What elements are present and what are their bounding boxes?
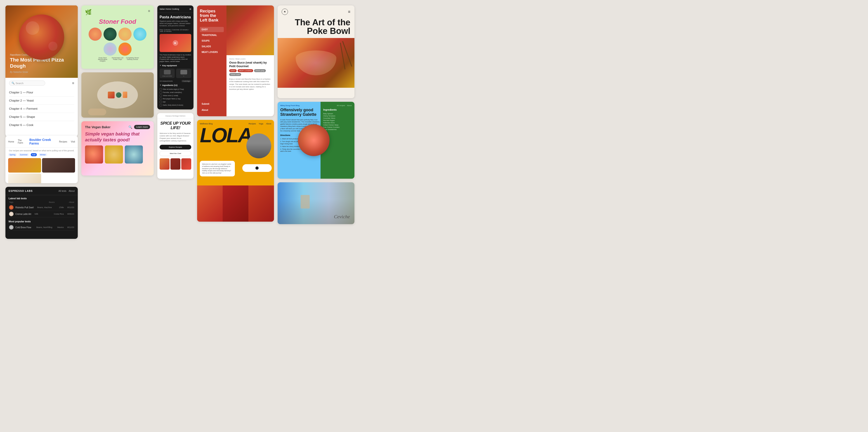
ingredient-checkbox-1[interactable] (160, 88, 162, 90)
page-wrapper: Napolitano Cookbooks The Most Perfect Pi… (0, 0, 868, 432)
hamburger-menu-icon[interactable]: ≡ (72, 81, 74, 85)
season-fall[interactable]: Fall (31, 153, 37, 156)
espresso-row-3: Cold Brew Flow Beans, NonFilling Mexico … (8, 224, 74, 231)
boulder-image-1 (8, 158, 41, 173)
galette-all-recipes[interactable]: All recipes (337, 105, 345, 107)
pizza-chapter-6[interactable]: Chapter 6 — Cook (9, 121, 74, 129)
food-item-1 (108, 92, 115, 98)
leftbank-nav-meat[interactable]: MEAT LOVERS (200, 50, 224, 55)
oaxaca-image-3 (181, 158, 191, 170)
play-button[interactable]: ▶ (173, 40, 178, 46)
espresso-row-1: Ristretto Pull Swirl Beans, Machine Chil… (8, 204, 74, 211)
pizza-search[interactable]: 🔍 Search (9, 81, 45, 86)
oaxaca-brand: Oaxaca Heritage Kitchen (165, 115, 186, 117)
pizza-book-card: Napolitano Cookbooks The Most Perfect Pi… (5, 5, 78, 137)
galette-food-circle (298, 124, 330, 156)
pizza-chapter-2[interactable]: Chapter 2 — Yeast (9, 96, 74, 105)
galette-nav: All recipes About (323, 105, 352, 107)
galette-ingredient-2: Cherry Tomatoes (323, 115, 352, 117)
season-summer[interactable]: Summer (19, 153, 29, 156)
pizza-topping2 (49, 41, 57, 51)
stoner-item-6[interactable] (119, 42, 131, 56)
leftbank-tag-meat: MEAT LOVERS (238, 69, 253, 72)
leftbank-nav-soups[interactable]: SOUPS (200, 38, 224, 44)
ceviche-overlay (278, 199, 354, 224)
boulder-nav-recipes[interactable]: Recipes (59, 140, 67, 143)
italian-ingredients-toggle[interactable]: ▼ Ingredients (11) (160, 84, 191, 86)
espresso-date-3: 8/11/23 (67, 226, 74, 228)
food-photo-card (81, 73, 154, 118)
ingredient-checkbox-3[interactable] (160, 94, 162, 97)
pizza-chapter-4[interactable]: Chapter 4 — Ferment (9, 105, 74, 113)
leftbank-content: Home / Meat Lovers Osso Buco (veal shank… (226, 5, 274, 116)
ceviche-label: Ceviche (334, 214, 350, 220)
leftbank-nav-traditional[interactable]: TRADITIONAL (200, 33, 224, 38)
stoner-label-2: Homemade Lost Potato Chips (111, 57, 124, 62)
season-spring[interactable]: Spring (8, 153, 17, 156)
stoner-hamburger-icon[interactable]: ≡ (148, 9, 150, 13)
li-label: Li (178, 75, 190, 77)
li-shape (180, 70, 187, 75)
stoner-item-3[interactable] (119, 28, 131, 41)
stoner-label-3: Completely Stoner Garlicky Donuts (126, 57, 139, 62)
ceviche-person (301, 195, 310, 208)
oaxaca-description: Welcome to the fiery world of Oaxacan cu… (160, 132, 191, 142)
boulder-image-2 (42, 158, 75, 173)
leftbank-tag-cook: 10min cook (229, 73, 241, 76)
lola-welcome-card: Welcome to Lola from Los Angeles' world … (200, 161, 235, 176)
ingredient-text-2: Pancetta, small cubed(6oz) (163, 92, 182, 93)
stoner-item-1[interactable] (89, 28, 102, 41)
italian-key-equipment-toggle[interactable]: ▼ Key equipment (160, 64, 191, 67)
espresso-all-tests[interactable]: All tests (59, 190, 66, 192)
vegan-baker-card: The Vegan Baker 🔍 Learn more Simple vega… (81, 121, 154, 175)
italian-meta: Prep: 5 minutes • Cook time: 20 minutes … (160, 29, 191, 32)
leftbank-nav-easy[interactable]: EASY (200, 27, 224, 32)
pizza-cover-image: Napolitano Cookbooks The Most Perfect Pi… (5, 5, 78, 78)
oaxaca-image-1 (160, 158, 169, 170)
galette-blog-name: Wiley Doug Food Blog (280, 105, 320, 107)
boulder-nav-home[interactable]: Home (8, 140, 14, 143)
ingredient-1: Olive oil (extra virgin) (2 Tbsp) (160, 88, 191, 91)
ingredient-checkbox-5[interactable] (160, 101, 162, 103)
boulder-nav-visit[interactable]: Visit (71, 140, 75, 143)
leftbank-nav-submit[interactable]: Submit (200, 101, 224, 107)
chevron-down-icon-2: ▼ (160, 84, 161, 86)
ingredient-checkbox-4[interactable] (160, 98, 162, 100)
poke-menu-icon[interactable]: ≡ (348, 9, 350, 14)
lola-bottom-section (197, 185, 274, 222)
stoner-title: Stoner Food (85, 18, 150, 25)
galette-ingredients-title: Ingredients (323, 108, 352, 111)
pizza-illustration (19, 15, 64, 60)
ingredient-text-5: Salt (163, 101, 165, 103)
galette-title: Offensively good Strawberry Galette (280, 108, 320, 117)
boulder-image-3 (8, 173, 41, 183)
galette-about[interactable]: About (347, 105, 352, 107)
pizza-chapter-1[interactable]: Chapter 1 — Flour (9, 88, 74, 96)
boulder-nav-farm[interactable]: The Farm (18, 139, 26, 144)
stoner-item-5[interactable] (103, 42, 117, 56)
season-winter[interactable]: Winter (39, 153, 47, 156)
leftbank-nav-salads[interactable]: SALADS (200, 44, 224, 49)
pizza-author: By Natasha Snow (10, 71, 78, 73)
stoner-item-2[interactable] (103, 28, 117, 41)
oaxaca-chef-button[interactable]: Meet the Chef (160, 151, 191, 156)
lola-nav-yoga[interactable]: Yoga (258, 123, 263, 125)
vegan-search-icon[interactable]: 🔍 (128, 125, 132, 129)
pizza-topping (26, 21, 39, 35)
vegan-image-3 (125, 145, 143, 164)
vegan-learn-more-button[interactable]: Learn more (134, 125, 150, 129)
vegan-image-1 (85, 145, 103, 164)
espresso-country-3: Mexico (57, 226, 64, 228)
ingredient-checkbox-2[interactable] (160, 91, 162, 94)
italian-menu-icon[interactable]: ≡ (189, 7, 191, 11)
espresso-about[interactable]: About (69, 190, 74, 192)
stoner-item-4[interactable] (133, 28, 147, 41)
oaxaca-explore-button[interactable]: Explore Recipes (160, 145, 191, 149)
leftbank-tag-easy: EASY (229, 69, 237, 72)
leftbank-nav-about[interactable]: About (200, 108, 224, 113)
ingredient-checkbox-6[interactable] (160, 104, 162, 106)
galette-ingredient-3: Cucumber Slices (323, 117, 352, 119)
ingredient-text-4: Red pepper flakes (1 tsp) (163, 98, 181, 99)
pizza-chapter-5[interactable]: Chapter 5 — Shape (9, 113, 74, 121)
lola-nav-about[interactable]: About (266, 123, 271, 125)
